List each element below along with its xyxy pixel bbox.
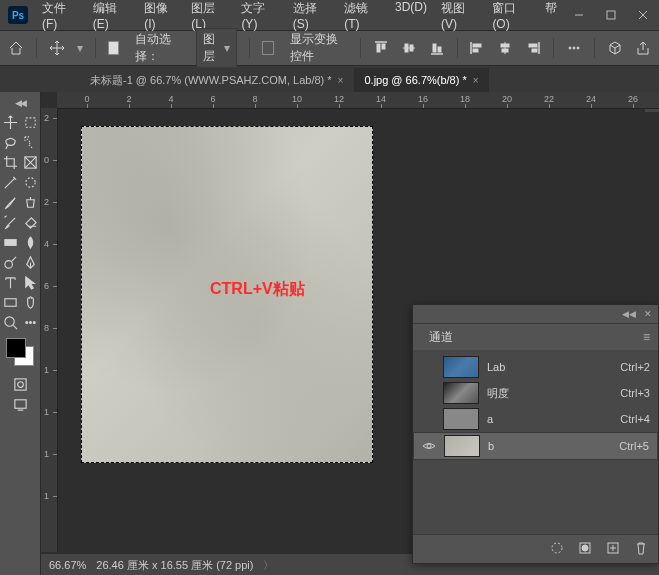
more-options-icon[interactable] (566, 40, 582, 56)
path-select-tool[interactable] (20, 272, 40, 292)
crop-tool[interactable] (0, 152, 20, 172)
align-top-icon[interactable] (373, 40, 389, 56)
menu-filter[interactable]: 滤镜(T) (338, 0, 387, 35)
close-tab-icon[interactable]: × (473, 75, 479, 86)
3d-mode-icon[interactable] (607, 40, 623, 56)
doc-tab-2[interactable]: 0.jpg @ 66.7%(b/8) *× (354, 68, 488, 92)
titlebar: Ps 文件(F) 编辑(E) 图像(I) 图层(L) 文字(Y) 选择(S) 滤… (0, 0, 659, 31)
pen-tool[interactable] (20, 252, 40, 272)
vertical-ruler[interactable]: 2024681111 (41, 108, 58, 552)
menu-edit[interactable]: 编辑(E) (87, 0, 136, 35)
clone-stamp-tool[interactable] (20, 192, 40, 212)
hand-tool[interactable] (20, 292, 40, 312)
menu-window[interactable]: 窗口(O) (486, 0, 537, 35)
menu-select[interactable]: 选择(S) (287, 0, 336, 35)
lasso-tool[interactable] (0, 132, 20, 152)
more-tools[interactable] (20, 312, 40, 332)
channel-row-lightness[interactable]: 明度 Ctrl+3 (413, 380, 658, 406)
document-canvas[interactable]: CTRL+V粘贴 (81, 126, 373, 463)
svg-point-22 (569, 47, 571, 49)
visibility-toggle[interactable] (421, 412, 435, 426)
svg-rect-8 (405, 44, 408, 52)
close-button[interactable] (627, 0, 659, 30)
svg-point-37 (29, 321, 31, 323)
zoom-tool[interactable] (0, 312, 20, 332)
visibility-toggle[interactable] (422, 439, 436, 453)
delete-channel-icon[interactable] (634, 541, 648, 558)
svg-point-44 (426, 391, 430, 395)
patch-tool[interactable] (20, 172, 40, 192)
eyedropper-tool[interactable] (0, 172, 20, 192)
align-bottom-icon[interactable] (429, 40, 445, 56)
history-brush-tool[interactable] (0, 212, 20, 232)
svg-point-31 (4, 260, 12, 268)
save-selection-icon[interactable] (578, 541, 592, 558)
channels-tab[interactable]: 通道 (421, 325, 461, 350)
visibility-toggle[interactable] (421, 360, 435, 374)
menu-help[interactable]: 帮 (539, 0, 563, 35)
align-right-icon[interactable] (525, 40, 541, 56)
svg-rect-11 (433, 44, 436, 52)
show-transform-checkbox[interactable] (262, 41, 274, 55)
menu-3d[interactable]: 3D(D) (389, 0, 433, 35)
share-icon[interactable] (635, 40, 651, 56)
auto-select-checkbox[interactable] (108, 41, 120, 55)
panel-collapse-icon[interactable]: ◀◀ (622, 309, 636, 319)
blur-tool[interactable] (20, 232, 40, 252)
channel-thumbnail (443, 382, 479, 404)
menu-file[interactable]: 文件(F) (36, 0, 85, 35)
maximize-button[interactable] (595, 0, 627, 30)
svg-rect-18 (502, 49, 508, 52)
move-tool-icon[interactable] (49, 40, 65, 56)
artboard-tool[interactable] (20, 112, 40, 132)
channel-row-a[interactable]: a Ctrl+4 (413, 406, 658, 432)
type-tool[interactable] (0, 272, 20, 292)
quick-select-tool[interactable] (20, 132, 40, 152)
horizontal-ruler[interactable]: 02468101214161820222426 (57, 92, 659, 109)
document-info[interactable]: 26.46 厘米 x 16.55 厘米 (72 ppi) (96, 558, 253, 573)
brush-tool[interactable] (0, 192, 20, 212)
channel-thumbnail (443, 356, 479, 378)
minimize-button[interactable] (563, 0, 595, 30)
svg-rect-21 (532, 49, 537, 52)
channel-list: Lab Ctrl+2 明度 Ctrl+3 a Ctrl+4 (413, 350, 658, 464)
collapse-toolbar-icon[interactable]: ◀◀ (15, 98, 25, 108)
new-channel-icon[interactable] (606, 541, 620, 558)
auto-select-dropdown[interactable]: 图层▾ (196, 28, 237, 68)
frame-tool[interactable] (20, 152, 40, 172)
fg-color-swatch[interactable] (6, 338, 26, 358)
eraser-tool[interactable] (20, 212, 40, 232)
align-vcenter-icon[interactable] (401, 40, 417, 56)
channel-thumbnail (444, 435, 480, 457)
menu-type[interactable]: 文字(Y) (235, 0, 284, 35)
screenmode-tool[interactable] (10, 394, 30, 414)
dodge-tool[interactable] (0, 252, 20, 272)
channels-panel: ◀◀ ✕ 通道 ≡ Lab Ctrl+2 明度 Ctrl+3 (412, 304, 659, 564)
close-tab-icon[interactable]: × (338, 75, 344, 86)
channel-name: Lab (487, 361, 612, 373)
panel-menu-icon[interactable]: ≡ (643, 330, 650, 344)
home-icon[interactable] (8, 40, 24, 56)
panel-footer (413, 534, 658, 563)
align-left-icon[interactable] (469, 40, 485, 56)
move-tool[interactable] (0, 112, 20, 132)
menu-view[interactable]: 视图(V) (435, 0, 484, 35)
rectangle-tool[interactable] (0, 292, 20, 312)
quickmask-tool[interactable] (10, 374, 30, 394)
panel-close-icon[interactable]: ✕ (644, 309, 652, 319)
gradient-tool[interactable] (0, 232, 20, 252)
load-selection-icon[interactable] (550, 541, 564, 558)
menu-image[interactable]: 图像(I) (138, 0, 183, 35)
channel-row-b[interactable]: b Ctrl+5 (413, 432, 658, 460)
doc-tab-1[interactable]: 未标题-1 @ 66.7% (WWW.PSAHZ.COM, Lab/8) *× (80, 68, 353, 92)
svg-point-34 (4, 316, 13, 325)
channel-shortcut: Ctrl+5 (619, 440, 649, 452)
svg-rect-39 (14, 378, 25, 389)
svg-rect-9 (410, 45, 413, 51)
visibility-toggle[interactable] (421, 386, 435, 400)
zoom-level[interactable]: 66.67% (49, 559, 86, 571)
channel-row-lab[interactable]: Lab Ctrl+2 (413, 354, 658, 380)
color-swatches[interactable] (6, 338, 34, 366)
align-hcenter-icon[interactable] (497, 40, 513, 56)
svg-rect-30 (4, 239, 15, 245)
